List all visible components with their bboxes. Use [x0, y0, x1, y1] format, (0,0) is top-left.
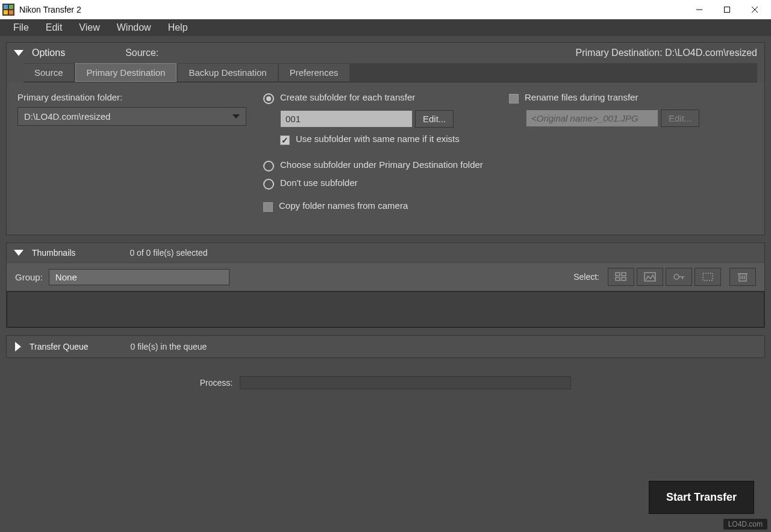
subfolder-edit-button[interactable]: Edit...	[415, 110, 454, 128]
svg-rect-9	[616, 273, 620, 276]
menu-edit[interactable]: Edit	[37, 20, 71, 36]
radio-create-subfolder[interactable]	[263, 93, 274, 104]
svg-rect-12	[622, 277, 626, 280]
select-marked-button[interactable]	[695, 268, 721, 286]
tab-preferences[interactable]: Preferences	[279, 64, 349, 81]
svg-rect-10	[622, 273, 626, 276]
checkbox-use-same-name[interactable]	[280, 135, 290, 145]
tab-primary-destination[interactable]: Primary Destination	[75, 63, 177, 82]
select-label: Select:	[573, 272, 599, 282]
checkbox-rename-files[interactable]	[509, 94, 519, 104]
start-transfer-button[interactable]: Start Transfer	[649, 481, 754, 514]
select-image-button[interactable]	[637, 268, 663, 286]
window-title: Nikon Transfer 2	[19, 5, 685, 14]
svg-point-14	[674, 274, 679, 279]
svg-rect-11	[616, 277, 620, 280]
titlebar: Nikon Transfer 2	[0, 0, 771, 19]
source-label: Source:	[125, 48, 158, 58]
expand-icon[interactable]	[15, 342, 21, 351]
primary-dest-display: Primary Destination: D:\LO4D.com\resized	[576, 48, 757, 58]
select-protected-button[interactable]	[666, 268, 692, 286]
process-label: Process:	[200, 378, 233, 388]
menu-file[interactable]: File	[5, 20, 37, 36]
choose-subfolder-label: Choose subfolder under Primary Destinati…	[280, 159, 483, 170]
tab-source[interactable]: Source	[23, 64, 74, 81]
rename-pattern-input	[526, 110, 658, 127]
select-grid-button[interactable]	[608, 268, 634, 286]
thumbnails-header: Thumbnails 0 of 0 file(s) selected	[7, 243, 764, 262]
watermark: LO4D.com	[723, 519, 767, 530]
menu-window[interactable]: Window	[108, 20, 160, 36]
group-label: Group:	[15, 272, 43, 282]
options-panel: Options Source: Primary Destination: D:\…	[6, 42, 765, 235]
queue-title: Transfer Queue	[30, 342, 89, 351]
svg-rect-4	[9, 10, 13, 14]
radio-dont-use-subfolder[interactable]	[263, 179, 274, 190]
svg-rect-6	[725, 7, 730, 13]
progress-bar	[240, 376, 571, 389]
options-tabs: Source Primary Destination Backup Destin…	[23, 63, 757, 82]
rename-files-label: Rename files during transfer	[525, 92, 638, 102]
options-title: Options	[32, 48, 65, 58]
maximize-button[interactable]	[713, 1, 741, 19]
queue-count: 0 file(s) in the queue	[131, 342, 207, 351]
menu-help[interactable]: Help	[160, 20, 196, 36]
minimize-button[interactable]	[685, 1, 713, 19]
svg-rect-2	[9, 5, 13, 9]
group-value: None	[55, 272, 77, 282]
menubar: File Edit View Window Help	[0, 19, 771, 36]
primary-folder-label: Primary destination folder:	[17, 92, 246, 102]
close-button[interactable]	[741, 1, 769, 19]
thumbnails-title: Thumbnails	[32, 248, 75, 258]
svg-rect-3	[4, 10, 8, 14]
radio-choose-subfolder[interactable]	[263, 161, 274, 172]
thumbnails-count: 0 of 0 file(s) selected	[130, 248, 207, 258]
thumbnails-toolbar: Group: None Select:	[7, 262, 764, 291]
chevron-down-icon	[233, 114, 240, 119]
transfer-queue-panel: Transfer Queue 0 file(s) in the queue	[6, 335, 765, 358]
primary-folder-value: D:\LO4D.com\resized	[24, 111, 110, 122]
dont-use-subfolder-label: Don't use subfolder	[280, 178, 358, 188]
collapse-icon[interactable]	[14, 50, 23, 56]
collapse-icon[interactable]	[14, 250, 23, 256]
svg-rect-1	[4, 5, 8, 9]
menu-view[interactable]: View	[70, 20, 108, 36]
thumbnails-panel: Thumbnails 0 of 0 file(s) selected Group…	[6, 243, 765, 328]
checkbox-copy-folder-names[interactable]	[263, 202, 273, 212]
options-header: Options Source: Primary Destination: D:\…	[7, 43, 764, 63]
queue-header: Transfer Queue 0 file(s) in the queue	[7, 336, 764, 357]
tab-backup-destination[interactable]: Backup Destination	[178, 64, 277, 81]
delete-button[interactable]	[729, 268, 756, 286]
copy-folder-names-label: Copy folder names from camera	[279, 200, 408, 211]
use-same-name-label: Use subfolder with same name if it exist…	[296, 134, 460, 144]
app-icon	[2, 4, 14, 16]
rename-edit-button: Edit...	[661, 110, 699, 127]
thumbnails-area	[7, 291, 764, 327]
primary-folder-select[interactable]: D:\LO4D.com\resized	[17, 107, 246, 126]
svg-rect-17	[703, 273, 713, 280]
process-row: Process:	[6, 365, 765, 394]
create-subfolder-label: Create subfolder for each transfer	[280, 92, 415, 102]
subfolder-name-input[interactable]	[280, 110, 413, 128]
group-select[interactable]: None	[49, 269, 229, 285]
